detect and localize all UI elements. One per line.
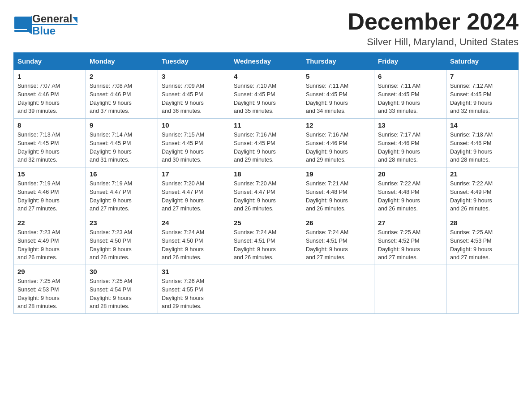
day-info: Sunrise: 7:22 AM Sunset: 4:49 PM Dayligh…	[450, 180, 515, 213]
table-row: 14 Sunrise: 7:18 AM Sunset: 4:46 PM Dayl…	[446, 119, 519, 167]
table-row: 15 Sunrise: 7:19 AM Sunset: 4:46 PM Dayl…	[14, 167, 86, 216]
table-row: 25 Sunrise: 7:24 AM Sunset: 4:51 PM Dayl…	[230, 216, 302, 265]
day-info: Sunrise: 7:25 AM Sunset: 4:52 PM Dayligh…	[378, 228, 442, 262]
day-number: 26	[306, 219, 370, 227]
day-number: 22	[17, 219, 82, 227]
svg-rect-2	[14, 30, 31, 32]
day-number: 29	[17, 268, 82, 275]
table-row: 31 Sunrise: 7:26 AM Sunset: 4:55 PM Dayl…	[158, 265, 230, 314]
day-number: 3	[162, 73, 226, 80]
day-number: 23	[90, 219, 154, 227]
month-title: December 2024	[348, 9, 519, 34]
table-row: 8 Sunrise: 7:13 AM Sunset: 4:45 PM Dayli…	[14, 119, 86, 167]
day-number: 11	[234, 121, 298, 129]
day-number: 12	[306, 121, 370, 129]
location-title: Silver Hill, Maryland, United States	[348, 36, 519, 48]
day-info: Sunrise: 7:15 AM Sunset: 4:45 PM Dayligh…	[162, 131, 226, 164]
table-row: 1 Sunrise: 7:07 AM Sunset: 4:46 PM Dayli…	[14, 70, 86, 119]
table-row: 2 Sunrise: 7:08 AM Sunset: 4:46 PM Dayli…	[86, 70, 158, 119]
day-info: Sunrise: 7:11 AM Sunset: 4:45 PM Dayligh…	[378, 82, 442, 116]
table-row: 29 Sunrise: 7:25 AM Sunset: 4:53 PM Dayl…	[14, 265, 86, 314]
day-info: Sunrise: 7:12 AM Sunset: 4:45 PM Dayligh…	[450, 82, 515, 116]
table-row	[230, 265, 302, 314]
calendar-header-row: Sunday Monday Tuesday Wednesday Thursday…	[14, 53, 519, 70]
table-row: 6 Sunrise: 7:11 AM Sunset: 4:45 PM Dayli…	[374, 70, 446, 119]
day-info: Sunrise: 7:10 AM Sunset: 4:45 PM Dayligh…	[234, 82, 298, 116]
table-row: 16 Sunrise: 7:19 AM Sunset: 4:47 PM Dayl…	[86, 167, 158, 216]
day-number: 24	[162, 219, 226, 227]
day-info: Sunrise: 7:25 AM Sunset: 4:53 PM Dayligh…	[450, 228, 515, 262]
table-row	[446, 265, 519, 314]
table-row: 7 Sunrise: 7:12 AM Sunset: 4:45 PM Dayli…	[446, 70, 519, 119]
day-info: Sunrise: 7:25 AM Sunset: 4:53 PM Dayligh…	[17, 277, 82, 311]
header-tuesday: Tuesday	[158, 53, 230, 70]
day-info: Sunrise: 7:19 AM Sunset: 4:46 PM Dayligh…	[17, 180, 82, 213]
day-number: 1	[17, 73, 82, 80]
table-row: 9 Sunrise: 7:14 AM Sunset: 4:45 PM Dayli…	[86, 119, 158, 167]
table-row: 27 Sunrise: 7:25 AM Sunset: 4:52 PM Dayl…	[374, 216, 446, 265]
calendar-week-row: 8 Sunrise: 7:13 AM Sunset: 4:45 PM Dayli…	[14, 119, 519, 167]
day-info: Sunrise: 7:16 AM Sunset: 4:45 PM Dayligh…	[234, 131, 298, 164]
day-number: 30	[90, 268, 154, 275]
day-info: Sunrise: 7:17 AM Sunset: 4:46 PM Dayligh…	[378, 131, 442, 164]
day-info: Sunrise: 7:11 AM Sunset: 4:45 PM Dayligh…	[306, 82, 370, 116]
day-info: Sunrise: 7:20 AM Sunset: 4:47 PM Dayligh…	[234, 180, 298, 213]
table-row: 12 Sunrise: 7:16 AM Sunset: 4:46 PM Dayl…	[302, 119, 374, 167]
table-row: 5 Sunrise: 7:11 AM Sunset: 4:45 PM Dayli…	[302, 70, 374, 119]
calendar-week-row: 1 Sunrise: 7:07 AM Sunset: 4:46 PM Dayli…	[14, 70, 519, 119]
day-number: 27	[378, 219, 442, 227]
day-number: 6	[378, 73, 442, 80]
logo-blue: Blue	[32, 24, 77, 36]
day-info: Sunrise: 7:09 AM Sunset: 4:45 PM Dayligh…	[162, 82, 226, 116]
table-row: 3 Sunrise: 7:09 AM Sunset: 4:45 PM Dayli…	[158, 70, 230, 119]
header-sunday: Sunday	[14, 53, 86, 70]
day-number: 25	[234, 219, 298, 227]
day-number: 19	[306, 170, 370, 178]
header-monday: Monday	[86, 53, 158, 70]
table-row: 30 Sunrise: 7:25 AM Sunset: 4:54 PM Dayl…	[86, 265, 158, 314]
day-number: 10	[162, 121, 226, 129]
day-info: Sunrise: 7:19 AM Sunset: 4:47 PM Dayligh…	[90, 180, 154, 213]
day-info: Sunrise: 7:20 AM Sunset: 4:47 PM Dayligh…	[162, 180, 226, 213]
page-header: General Blue December 2024 Silver Hill, …	[13, 9, 519, 48]
table-row: 13 Sunrise: 7:17 AM Sunset: 4:46 PM Dayl…	[374, 119, 446, 167]
logo-general: General	[32, 13, 72, 25]
header-wednesday: Wednesday	[230, 53, 302, 70]
table-row: 10 Sunrise: 7:15 AM Sunset: 4:45 PM Dayl…	[158, 119, 230, 167]
table-row: 19 Sunrise: 7:21 AM Sunset: 4:48 PM Dayl…	[302, 167, 374, 216]
day-number: 31	[162, 268, 226, 275]
day-info: Sunrise: 7:23 AM Sunset: 4:49 PM Dayligh…	[17, 228, 82, 262]
day-info: Sunrise: 7:14 AM Sunset: 4:45 PM Dayligh…	[90, 131, 154, 164]
header-saturday: Saturday	[446, 53, 519, 70]
table-row: 24 Sunrise: 7:24 AM Sunset: 4:50 PM Dayl…	[158, 216, 230, 265]
day-number: 5	[306, 73, 370, 80]
day-number: 14	[450, 121, 515, 129]
title-section: December 2024 Silver Hill, Maryland, Uni…	[348, 9, 519, 48]
day-number: 9	[90, 121, 154, 129]
day-info: Sunrise: 7:13 AM Sunset: 4:45 PM Dayligh…	[17, 131, 82, 164]
day-number: 20	[378, 170, 442, 178]
table-row: 26 Sunrise: 7:24 AM Sunset: 4:51 PM Dayl…	[302, 216, 374, 265]
header-thursday: Thursday	[302, 53, 374, 70]
day-info: Sunrise: 7:24 AM Sunset: 4:51 PM Dayligh…	[306, 228, 370, 262]
day-info: Sunrise: 7:21 AM Sunset: 4:48 PM Dayligh…	[306, 180, 370, 213]
table-row: 23 Sunrise: 7:23 AM Sunset: 4:50 PM Dayl…	[86, 216, 158, 265]
logo-triangle	[73, 17, 77, 23]
day-info: Sunrise: 7:24 AM Sunset: 4:50 PM Dayligh…	[162, 228, 226, 262]
logo[interactable]: General Blue	[13, 13, 77, 36]
day-info: Sunrise: 7:16 AM Sunset: 4:46 PM Dayligh…	[306, 131, 370, 164]
day-info: Sunrise: 7:18 AM Sunset: 4:46 PM Dayligh…	[450, 131, 515, 164]
day-number: 21	[450, 170, 515, 178]
table-row: 17 Sunrise: 7:20 AM Sunset: 4:47 PM Dayl…	[158, 167, 230, 216]
table-row: 21 Sunrise: 7:22 AM Sunset: 4:49 PM Dayl…	[446, 167, 519, 216]
calendar-table: Sunday Monday Tuesday Wednesday Thursday…	[13, 52, 519, 314]
header-friday: Friday	[374, 53, 446, 70]
day-number: 18	[234, 170, 298, 178]
day-info: Sunrise: 7:07 AM Sunset: 4:46 PM Dayligh…	[17, 82, 82, 116]
day-number: 4	[234, 73, 298, 80]
table-row: 20 Sunrise: 7:22 AM Sunset: 4:48 PM Dayl…	[374, 167, 446, 216]
day-number: 2	[90, 73, 154, 80]
table-row: 4 Sunrise: 7:10 AM Sunset: 4:45 PM Dayli…	[230, 70, 302, 119]
calendar-week-row: 22 Sunrise: 7:23 AM Sunset: 4:49 PM Dayl…	[14, 216, 519, 265]
day-info: Sunrise: 7:25 AM Sunset: 4:54 PM Dayligh…	[90, 277, 154, 311]
